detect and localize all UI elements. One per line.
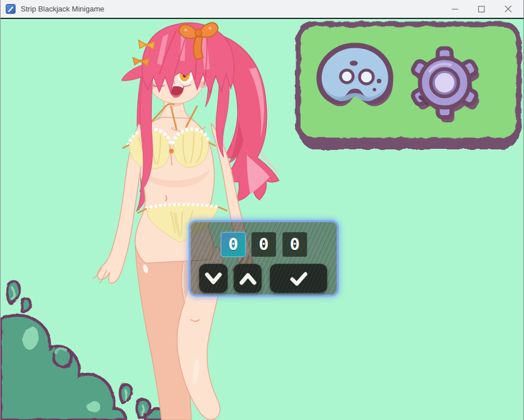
options-panel <box>298 24 519 149</box>
close-button[interactable] <box>495 0 521 18</box>
game-viewport: 0 0 0 <box>1 19 524 420</box>
maximize-icon <box>478 6 485 13</box>
window-controls <box>442 0 521 18</box>
window-title: Strip Blackjack Minigame <box>21 5 442 13</box>
chevron-down-icon <box>204 271 223 286</box>
digit-cell[interactable]: 0 <box>282 232 307 257</box>
app-window: Strip Blackjack Minigame <box>0 0 524 420</box>
app-icon <box>6 4 16 14</box>
increase-button[interactable] <box>234 264 262 293</box>
number-input-dialog: 0 0 0 <box>189 220 339 296</box>
minimize-icon <box>452 6 458 13</box>
titlebar[interactable]: Strip Blackjack Minigame <box>1 0 523 19</box>
digit-value: 0 <box>259 236 269 253</box>
digit-value: 0 <box>228 236 238 253</box>
check-icon <box>288 270 309 287</box>
digit-cell[interactable]: 0 <box>221 232 246 257</box>
decrease-button[interactable] <box>199 264 228 293</box>
digit-value: 0 <box>290 236 300 253</box>
confirm-button[interactable] <box>270 264 327 293</box>
minimize-button[interactable] <box>442 0 468 18</box>
digit-cell[interactable]: 0 <box>251 232 276 257</box>
chevron-up-icon <box>238 271 258 286</box>
maximize-button[interactable] <box>468 0 495 18</box>
game-scene <box>1 19 524 420</box>
close-icon <box>504 5 512 13</box>
